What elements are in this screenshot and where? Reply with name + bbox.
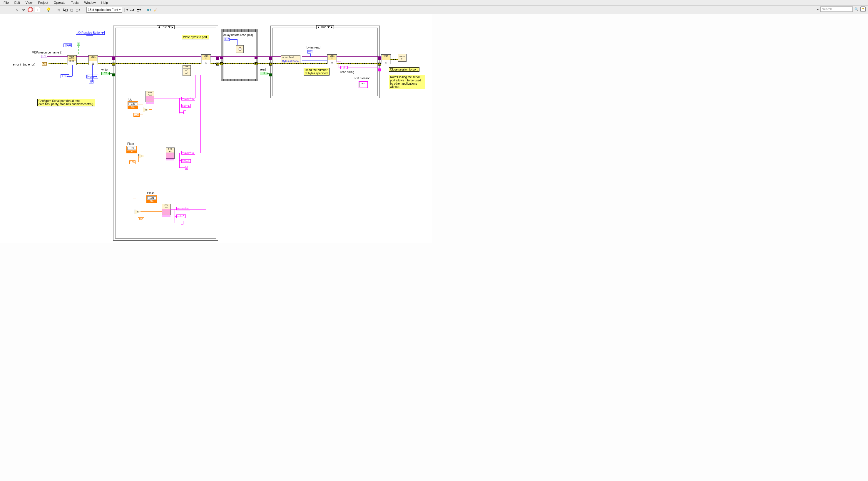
visa-read-node[interactable]: VISA abc R — [327, 54, 337, 64]
lid-label: Lid — [128, 98, 132, 101]
search-arrow-icon[interactable]: ▸ — [817, 8, 818, 10]
visa-resource-label: VISA resource name 2 — [32, 51, 61, 54]
ext-sensor-label: Ext. Sensor — [354, 77, 370, 80]
const-zero[interactable]: 0 — [89, 79, 93, 84]
wait-ms-node[interactable]: ⌚ — [236, 45, 244, 53]
pause-button[interactable]: Ⅱ — [35, 7, 40, 12]
delay-label: delay before read (ms) — [223, 33, 253, 37]
visa-write-node[interactable]: VISA abc W — [201, 54, 211, 64]
write-label: write — [101, 68, 107, 71]
visa-set-buffer-node[interactable]: VISA ▥ — [88, 55, 98, 65]
cleanup-tool-icon[interactable]: 🧹 — [153, 7, 158, 12]
tunnel-visa-out2 — [378, 57, 381, 60]
glass-label: Glass — [147, 192, 155, 195]
visa-close-node[interactable]: VISA C — [381, 54, 391, 64]
align-tool-icon[interactable]: ┋▾ — [124, 7, 128, 12]
menu-file[interactable]: File — [1, 1, 11, 4]
visa-bytes-at-port-property[interactable]: ⊡ ⊶ Instr Bytes at Port▸ — [281, 55, 301, 63]
menu-operate[interactable]: Operate — [52, 1, 68, 4]
reorder-tool-icon[interactable]: ⬣▾ — [147, 7, 151, 12]
run-arrow-icon[interactable]: ▷ — [15, 7, 20, 12]
glass-semi-const[interactable]: ; — [181, 221, 183, 224]
lid-control[interactable]: 1.23 DBL — [128, 101, 138, 109]
plate-soll-const[interactable]: soll=2, — [181, 159, 191, 163]
plate-label: Plate — [127, 142, 134, 146]
font-selector[interactable]: 15pt Application Font ▾ — [86, 7, 122, 13]
error-in-terminal[interactable]: ⬒▸ — [42, 62, 47, 66]
bool-const-f[interactable]: F — [77, 42, 80, 46]
step-over-icon[interactable]: □ — [69, 7, 74, 12]
lid-format-into-string[interactable]: F·%↘▭ — [146, 91, 154, 102]
error-in-label: error in (no error) — [13, 63, 35, 66]
toolbar: ▷ ⟳ Ⅱ 💡 ⎌ ↳□ □ □↗ 15pt Application Font … — [0, 6, 868, 14]
menu-window[interactable]: Window — [82, 1, 98, 4]
tunnel-visa-in — [112, 57, 115, 60]
bytes-read-terminal[interactable]: U32 — [307, 50, 313, 53]
lid-format-pattern[interactable]: %s%#f%s — [181, 97, 195, 100]
plate-const-100[interactable]: 100 — [129, 160, 135, 164]
tunnel-case-sel — [112, 73, 115, 76]
plate-semi-const[interactable]: ; — [185, 166, 188, 169]
step-out-icon[interactable]: □↗ — [76, 7, 81, 12]
visa-resource-terminal[interactable]: I/O — [41, 55, 47, 58]
case-read-selector[interactable]: True — [316, 25, 334, 29]
search-icon[interactable]: 🔍 — [855, 7, 859, 11]
menu-bar: File Edit View Project Operate Tools Win… — [0, 0, 868, 6]
lid-semi-const[interactable]: ; — [183, 110, 186, 114]
visa-configure-serial-node[interactable]: VISA SERIAL ▥▥ — [67, 55, 77, 65]
search-input[interactable] — [820, 6, 853, 12]
retain-wire-icon[interactable]: ⎌ — [56, 7, 61, 12]
concat-strings-node[interactable]: ▭+▭+▭+ — [183, 65, 191, 76]
block-diagram-canvas[interactable]: I/O Receive Buffer 1000 F VISA resource … — [0, 14, 432, 243]
tip-note-closing: Note:Closing the serial port allows it t… — [389, 75, 425, 89]
distribute-tool-icon[interactable]: ▭▾ — [130, 7, 135, 12]
font-label: 15pt Application Font — [88, 8, 118, 11]
menu-tools[interactable]: Tools — [69, 1, 81, 4]
glass-format-into-string[interactable]: F·%↘▭ — [162, 204, 171, 215]
ext-sensor-indicator[interactable]: abc — [359, 81, 368, 88]
plate-control[interactable]: 1.23 DBL — [126, 146, 137, 153]
run-continuous-icon[interactable]: ⟳ — [21, 7, 26, 12]
highlight-exec-icon[interactable]: 💡 — [46, 7, 51, 12]
tip-close-session: Close session to port. — [389, 67, 420, 72]
step-into-icon[interactable]: ↳□ — [63, 7, 68, 12]
read-string-label: read string — [340, 70, 354, 74]
menu-help[interactable]: Help — [99, 1, 111, 4]
tunnel-case-sel2 — [269, 73, 272, 76]
lid-soll-const[interactable]: soll=1, — [181, 104, 191, 107]
plate-format-into-string[interactable]: F·%↘▭ — [166, 148, 175, 159]
tip-write-bytes: Write bytes to port. — [182, 35, 209, 39]
tip-configure-serial: Configure Serial port (baud rate, data b… — [37, 99, 95, 106]
glass-format-pattern[interactable]: %s%#f%s — [176, 207, 190, 211]
context-help-button[interactable]: ? — [860, 6, 866, 12]
lid-const-100[interactable]: 100 — [133, 113, 140, 117]
glass-control[interactable]: 1.23 DBL — [146, 195, 157, 203]
abort-button[interactable] — [28, 7, 33, 12]
flat-sequence[interactable] — [221, 29, 258, 81]
tunnel-visa-out1 — [216, 57, 219, 60]
menu-project[interactable]: Project — [36, 1, 51, 4]
chevron-down-icon: ▾ — [119, 8, 121, 11]
menu-edit[interactable]: Edit — [12, 1, 22, 4]
case-write-selector[interactable]: True — [157, 25, 174, 29]
glass-soll-const[interactable]: soll=3, — [176, 215, 186, 218]
resize-tool-icon[interactable]: ⬒▾ — [137, 7, 142, 12]
tip-read-bytes: Read the number of bytes specified. — [304, 68, 330, 75]
read-label: read — [260, 68, 266, 71]
tunnel-visa-in2 — [269, 57, 272, 60]
menu-view[interactable]: View — [23, 1, 35, 4]
tunnel-string-out — [378, 68, 381, 71]
io-receive-buffer-const[interactable]: I/O Receive Buffer — [76, 31, 105, 35]
search-container: ▸ 🔍 ? — [817, 6, 866, 12]
glass-const-100[interactable]: 100 — [138, 218, 144, 221]
simple-error-handler[interactable]: Error?! — [398, 54, 406, 62]
bytes-read-label: bytes read — [307, 46, 320, 49]
delay-terminal[interactable]: U32 — [224, 38, 229, 41]
